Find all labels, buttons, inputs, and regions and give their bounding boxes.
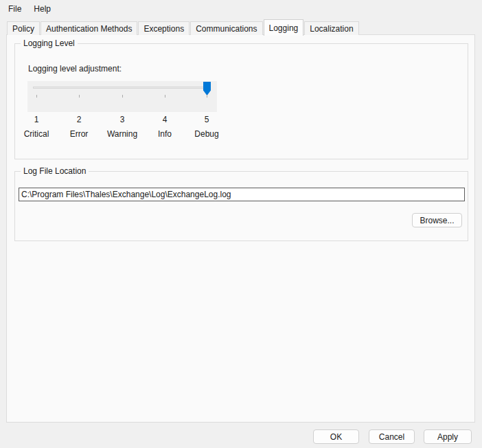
logging-tab-page: Logging Level Logging level adjustment: … — [6, 34, 475, 423]
menu-help[interactable]: Help — [27, 1, 57, 16]
level-number: 5 — [185, 115, 229, 124]
level-name: Critical — [14, 129, 58, 139]
slider-track[interactable] — [33, 87, 206, 89]
log-file-location-group-title: Log File Location — [21, 166, 89, 176]
level-critical: 1 Critical — [14, 115, 58, 139]
cancel-button[interactable]: Cancel — [369, 429, 415, 444]
log-file-path-input[interactable] — [19, 188, 465, 201]
tab-communications[interactable]: Communications — [190, 21, 262, 35]
apply-button[interactable]: Apply — [424, 429, 472, 444]
tab-exceptions[interactable]: Exceptions — [138, 21, 190, 35]
tab-policy[interactable]: Policy — [7, 21, 40, 35]
logging-level-slider[interactable] — [27, 81, 217, 112]
level-number: 4 — [143, 115, 187, 124]
tab-strip: Policy Authentication Methods Exceptions… — [7, 19, 360, 35]
level-number: 3 — [100, 115, 144, 124]
level-info: 4 Info — [143, 115, 187, 139]
tab-localization[interactable]: Localization — [304, 21, 358, 35]
browse-button[interactable]: Browse... — [412, 213, 462, 227]
menu-bar: File Help — [0, 0, 482, 18]
slider-tick-2 — [79, 95, 80, 98]
menu-file[interactable]: File — [2, 1, 27, 16]
level-error: 2 Error — [57, 115, 101, 139]
tab-logging[interactable]: Logging — [264, 19, 304, 36]
slider-tick-1 — [36, 95, 37, 98]
log-file-location-groupbox: Log File Location — [14, 171, 468, 241]
level-name: Debug — [185, 129, 229, 139]
slider-tick-4 — [165, 95, 165, 98]
slider-tick-5 — [207, 95, 207, 98]
level-labels-row: 1 Critical 2 Error 3 Warning 4 Info 5 De… — [7, 115, 474, 149]
logging-level-adjustment-label: Logging level adjustment: — [28, 64, 122, 74]
level-name: Error — [57, 129, 101, 139]
level-number: 1 — [14, 115, 58, 124]
level-debug: 5 Debug — [185, 115, 229, 139]
slider-thumb[interactable] — [203, 82, 211, 96]
slider-tick-3 — [122, 95, 123, 98]
level-name: Info — [143, 129, 187, 139]
level-name: Warning — [100, 129, 144, 139]
logging-level-group-title: Logging Level — [21, 38, 78, 48]
ok-button[interactable]: OK — [313, 429, 359, 444]
settings-window: File Help Policy Authentication Methods … — [0, 0, 482, 448]
level-warning: 3 Warning — [100, 115, 144, 139]
level-number: 2 — [57, 115, 101, 124]
tab-authentication-methods[interactable]: Authentication Methods — [41, 21, 137, 35]
